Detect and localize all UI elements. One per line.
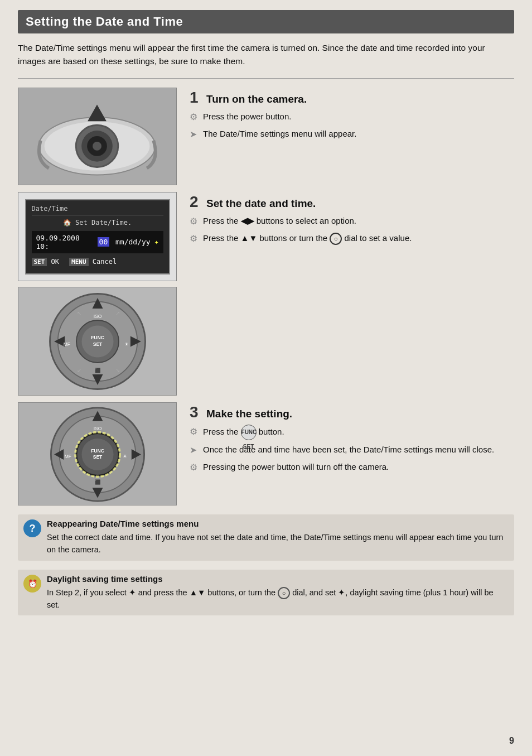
step-2-dial-image: FUNC SET ISO ☀ MF ⬛ ↖ ↗ ↙ ↘ [18, 287, 177, 396]
step-3-dial-image: FUNC SET ISO ☀ MF ⬛ [18, 402, 177, 505]
step-3-bullets: ⚙ Press the FUNC SET button. ➤ Once the … [190, 425, 514, 475]
step-1-image-col [18, 88, 180, 185]
step-1-bullet-2-text: The Date/Time settings menu will appear. [203, 127, 356, 140]
step-1-number: 1 [190, 90, 203, 105]
step-1-image [18, 88, 177, 185]
info-box-daylight-title: Daylight saving time settings [47, 574, 506, 584]
info-box-daylight-text: In Step 2, if you select ✦ and press the… [47, 587, 506, 611]
svg-text:SET: SET [93, 341, 102, 346]
step-3-bullet-2-text: Once the date and time have been set, th… [203, 443, 494, 456]
step-2-bullets: ⚙ Press the ◀▶ buttons to select an opti… [190, 214, 514, 246]
step-3-row: FUNC SET ISO ☀ MF ⬛ 3 Make the setting. [18, 402, 514, 505]
step-3-image-col: FUNC SET ISO ☀ MF ⬛ [18, 402, 180, 505]
step-1-bullet-2: ➤ The Date/Time settings menu will appea… [190, 127, 514, 142]
arrow-icon-2: ➤ [190, 444, 200, 458]
dt-date-value: 09.09.2008 10: [36, 234, 96, 251]
step-3-title: Make the setting. [206, 408, 292, 420]
svg-text:SET: SET [93, 454, 102, 460]
dt-title: Date/Time [32, 205, 163, 215]
step-2-bullet-1-text: Press the ◀▶ buttons to select an option… [203, 214, 356, 227]
step-2-bullet-2-text: Press the ▲▼ buttons or turn the ○ dial … [203, 232, 412, 245]
dt-center: 🏠 Set Date/Time. [32, 219, 163, 227]
menu-cancel-label: Cancel [93, 258, 117, 266]
dial-icon-1: ○ [330, 233, 342, 245]
clock-icon: ⏰ [23, 575, 41, 593]
menu-btn-label: MENU [69, 258, 89, 266]
svg-text:ISO: ISO [93, 425, 101, 431]
dt-star: ✦ [154, 238, 159, 246]
gear-icon-2: ⚙ [190, 215, 200, 229]
step-3-bullet-1-text: Press the FUNC SET button. [203, 425, 284, 440]
step-2-bullet-2: ⚙ Press the ▲▼ buttons or turn the ○ dia… [190, 232, 514, 246]
svg-text:ISO: ISO [93, 314, 101, 319]
svg-text:↙: ↙ [76, 367, 81, 373]
step-3-bullet-2: ➤ Once the date and time have been set, … [190, 443, 514, 458]
datetime-screen: Date/Time 🏠 Set Date/Time. 09.09.2008 10… [25, 199, 170, 275]
page-number: 9 [509, 736, 514, 746]
step-3-bullet-3-text: Pressing the power button will turn off … [203, 460, 389, 473]
dial-svg: FUNC SET ISO ☀ MF ⬛ ↖ ↗ ↙ ↘ [45, 288, 151, 394]
arrow-icon-1: ➤ [190, 128, 200, 142]
divider-1 [18, 78, 514, 79]
svg-text:MF: MF [64, 454, 71, 459]
svg-text:FUNC: FUNC [91, 335, 104, 340]
dt-date-highlight: 00 [98, 237, 110, 247]
step-2-bullet-1: ⚙ Press the ◀▶ buttons to select an opti… [190, 214, 514, 229]
step-3-bullet-3: ⚙ Pressing the power button will turn of… [190, 460, 514, 475]
dt-date-row: 09.09.2008 10: 00 mm/dd/yy ✦ [32, 231, 163, 253]
svg-text:☀: ☀ [124, 341, 129, 346]
set-ok-label: OK [51, 258, 59, 266]
step-1-bullet-1: ⚙ Press the power button. [190, 110, 514, 124]
svg-text:↗: ↗ [115, 310, 120, 316]
dt-set-btn: SET OK [32, 258, 60, 266]
step-2-number: 2 [190, 194, 203, 210]
step-1-title: Turn on the camera. [206, 93, 307, 105]
step-1-text: 1 Turn on the camera. ⚙ Press the power … [190, 88, 514, 145]
step-1-bullet-1-text: Press the power button. [203, 110, 291, 123]
gear-icon-3: ⚙ [190, 232, 200, 246]
svg-text:↖: ↖ [76, 310, 81, 316]
info-box-reappearing-content: Reappearing Date/Time settings menu Set … [47, 519, 506, 556]
dt-menu-btn: MENU Cancel [69, 258, 117, 266]
svg-text:↘: ↘ [115, 367, 120, 373]
gear-icon-4: ⚙ [190, 425, 200, 439]
step-3-number: 3 [190, 405, 203, 420]
svg-text:☀: ☀ [123, 454, 127, 459]
step-1-bullets: ⚙ Press the power button. ➤ The Date/Tim… [190, 110, 514, 142]
svg-point-6 [93, 142, 101, 151]
page-title: Setting the Date and Time [18, 10, 514, 33]
step-2-text: 2 Set the date and time. ⚙ Press the ◀▶ … [190, 192, 514, 249]
step-2-datetime-screen: Date/Time 🏠 Set Date/Time. 09.09.2008 10… [18, 192, 177, 281]
dt-format: mm/dd/yy [111, 238, 150, 246]
step-3-bullet-1: ⚙ Press the FUNC SET button. [190, 425, 514, 440]
set-btn-label: SET [32, 258, 47, 266]
info-box-reappearing: ? Reappearing Date/Time settings menu Se… [18, 514, 514, 561]
step-1-header: 1 Turn on the camera. [190, 90, 514, 105]
dt-footer: SET OK MENU Cancel [32, 258, 163, 266]
dial-icon-2: ○ [278, 587, 290, 599]
step-2-header: 2 Set the date and time. [190, 194, 514, 210]
question-icon: ? [23, 519, 41, 537]
step-1-row: 1 Turn on the camera. ⚙ Press the power … [18, 88, 514, 185]
camera-top-svg [18, 88, 176, 185]
intro-text: The Date/Time settings menu will appear … [18, 41, 514, 68]
dial-svg-2: FUNC SET ISO ☀ MF ⬛ [45, 402, 151, 505]
step-2-row: Date/Time 🏠 Set Date/Time. 09.09.2008 10… [18, 192, 514, 396]
gear-icon-1: ⚙ [190, 110, 200, 124]
svg-text:⬛: ⬛ [94, 479, 100, 485]
svg-text:⬛: ⬛ [94, 368, 100, 374]
gear-icon-5: ⚙ [190, 461, 200, 475]
info-box-daylight: ⏰ Daylight saving time settings In Step … [18, 570, 514, 616]
svg-text:MF: MF [63, 341, 70, 346]
page-wrapper: Setting the Date and Time The Date/Time … [0, 0, 532, 756]
step-2-title: Set the date and time. [206, 198, 316, 210]
step-3-text: 3 Make the setting. ⚙ Press the FUNC SET… [190, 402, 514, 478]
info-box-reappearing-text: Set the correct date and time. If you ha… [47, 532, 506, 556]
svg-text:FUNC: FUNC [91, 447, 104, 453]
func-set-icon: FUNC SET [241, 425, 257, 440]
info-box-daylight-content: Daylight saving time settings In Step 2,… [47, 574, 506, 611]
info-box-reappearing-title: Reappearing Date/Time settings menu [47, 519, 506, 528]
step-3-header: 3 Make the setting. [190, 405, 514, 420]
step-2-image-col: Date/Time 🏠 Set Date/Time. 09.09.2008 10… [18, 192, 180, 396]
